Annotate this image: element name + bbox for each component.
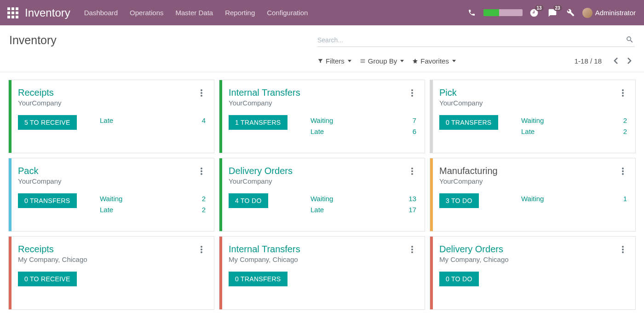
card-menu-button[interactable] [408, 87, 416, 97]
card-action-button[interactable]: 5 TO RECEIVE [18, 115, 77, 130]
card-menu-button[interactable] [619, 87, 627, 97]
kanban-card: ManufacturingYourCompany3 TO DOWaiting1 [430, 158, 636, 232]
stat-line[interactable]: Waiting2 [521, 115, 627, 126]
progress-indicator[interactable] [483, 9, 523, 16]
svg-point-13 [411, 170, 413, 172]
card-title[interactable]: Internal Transfers [229, 244, 300, 255]
card-title[interactable]: Receipts [18, 244, 87, 255]
stat-value: 2 [623, 126, 627, 137]
card-row: 0 TO RECEIVE [18, 272, 206, 286]
pager-text[interactable]: 1-18 / 18 [575, 57, 602, 65]
dots-vertical-icon [622, 89, 624, 97]
card-action-button[interactable]: 0 TO RECEIVE [18, 272, 77, 286]
svg-point-6 [622, 89, 624, 91]
kanban-card: PackYourCompany0 TRANSFERSWaiting2Late2 [8, 158, 214, 232]
stat-line[interactable]: Waiting7 [310, 115, 416, 126]
card-title[interactable]: Receipts [18, 87, 62, 98]
svg-point-3 [411, 89, 413, 91]
pager: 1-18 / 18 [575, 55, 635, 66]
card-title[interactable]: Internal Transfers [229, 87, 300, 98]
stat-line[interactable]: Late17 [310, 204, 416, 215]
chevron-left-icon [614, 58, 618, 64]
chevron-right-icon [627, 58, 632, 64]
stat-label: Late [100, 204, 113, 215]
card-stats: Waiting7Late6 [310, 115, 416, 137]
card-action-button[interactable]: 0 TRANSFERS [439, 115, 498, 130]
card-subtitle: My Company, Chicago [229, 255, 300, 263]
card-title[interactable]: Pick [439, 87, 483, 98]
groupby-button[interactable]: Group By [360, 57, 404, 65]
card-head: ManufacturingYourCompany [439, 166, 627, 185]
card-title[interactable]: Delivery Orders [229, 166, 293, 176]
svg-point-18 [201, 246, 202, 248]
stat-line[interactable]: Late6 [310, 126, 416, 137]
svg-point-7 [622, 92, 624, 94]
card-menu-button[interactable] [619, 244, 627, 253]
card-menu-button[interactable] [408, 244, 416, 253]
nav-item-reporting[interactable]: Reporting [219, 0, 260, 25]
filters-button[interactable]: Filters [317, 57, 351, 65]
stat-label: Late [100, 115, 113, 126]
card-menu-button[interactable] [408, 166, 416, 175]
favorites-button[interactable]: Favorites [412, 57, 456, 65]
messages-button[interactable]: 23 [546, 6, 559, 20]
search-input[interactable] [317, 34, 635, 47]
card-head: PickYourCompany [439, 87, 627, 107]
filters-label: Filters [326, 57, 345, 65]
stat-line[interactable]: Waiting2 [100, 193, 206, 204]
stat-value: 2 [202, 204, 206, 215]
card-row: 0 TRANSFERSWaiting2Late2 [18, 193, 206, 215]
phone-icon [468, 9, 476, 17]
svg-point-9 [201, 168, 202, 169]
debug-button[interactable] [564, 6, 578, 20]
kanban-card: PickYourCompany0 TRANSFERSWaiting2Late2 [430, 80, 636, 153]
user-menu[interactable]: Administrator [582, 8, 640, 18]
card-stats: Waiting1 [521, 193, 627, 204]
card-title[interactable]: Pack [18, 166, 62, 176]
nav-item-dashboard[interactable]: Dashboard [79, 0, 123, 25]
nav-right: 13 23 Administrator [465, 6, 640, 20]
stat-line[interactable]: Waiting13 [310, 193, 416, 204]
dots-vertical-icon [411, 89, 413, 97]
card-action-button[interactable]: 3 TO DO [439, 193, 479, 208]
card-menu-button[interactable] [197, 87, 206, 97]
dots-vertical-icon [201, 168, 202, 175]
card-head: Delivery OrdersMy Company, Chicago [439, 244, 627, 263]
phone-button[interactable] [465, 6, 479, 20]
svg-point-1 [201, 92, 202, 94]
apps-grid-icon [7, 7, 18, 18]
search-button[interactable] [625, 35, 635, 45]
stat-line[interactable]: Late4 [100, 115, 206, 126]
stat-line[interactable]: Waiting1 [521, 193, 627, 204]
card-action-button[interactable]: 0 TRANSFERS [18, 193, 77, 208]
card-action-button[interactable]: 0 TRANSFERS [229, 272, 288, 286]
svg-point-0 [201, 89, 202, 91]
card-menu-button[interactable] [197, 244, 206, 253]
chevron-down-icon [400, 60, 404, 62]
apps-launcher[interactable] [4, 4, 22, 22]
card-body: PackYourCompany0 TRANSFERSWaiting2Late2 [12, 158, 214, 231]
card-menu-button[interactable] [619, 166, 627, 175]
pager-prev[interactable] [610, 55, 621, 66]
activities-button[interactable]: 13 [527, 6, 541, 20]
stat-line[interactable]: Late2 [100, 204, 206, 215]
nav-item-operations[interactable]: Operations [124, 0, 169, 25]
card-subtitle: YourCompany [18, 177, 62, 185]
kanban-card: ReceiptsYourCompany5 TO RECEIVELate4 [8, 80, 214, 153]
card-action-button[interactable]: 4 TO DO [229, 193, 268, 208]
stat-value: 2 [202, 193, 206, 204]
nav-menu: Dashboard Operations Master Data Reporti… [79, 0, 314, 25]
card-body: Delivery OrdersMy Company, Chicago0 TO D… [433, 237, 635, 309]
card-action-button[interactable]: 1 TRANSFERS [229, 115, 288, 130]
card-title[interactable]: Delivery Orders [439, 244, 509, 255]
chevron-down-icon [348, 60, 351, 62]
dots-vertical-icon [201, 89, 202, 97]
app-brand[interactable]: Inventory [25, 6, 70, 19]
nav-item-master-data[interactable]: Master Data [170, 0, 218, 25]
nav-item-configuration[interactable]: Configuration [261, 0, 313, 25]
pager-next[interactable] [624, 55, 635, 66]
stat-label: Late [310, 126, 324, 137]
card-action-button[interactable]: 0 TO DO [439, 272, 479, 286]
card-menu-button[interactable] [197, 166, 206, 175]
stat-line[interactable]: Late2 [521, 126, 627, 137]
